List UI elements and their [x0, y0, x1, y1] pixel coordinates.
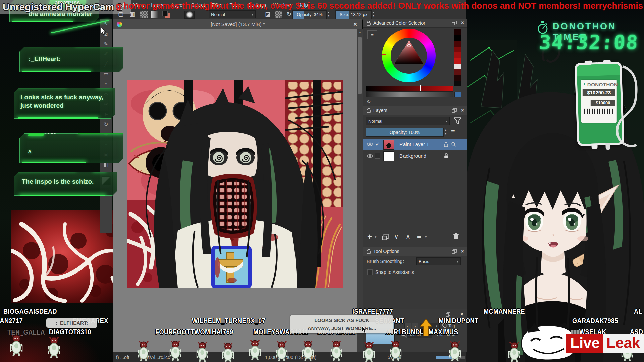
- layer-thumbnail[interactable]: [383, 151, 394, 161]
- size-spin-down[interactable]: ▼: [372, 14, 376, 18]
- layer-visible-icon[interactable]: [367, 142, 373, 147]
- tooltip-elfheart: :_ELFHEART:: [46, 318, 97, 328]
- pixel-sprite: [222, 343, 234, 362]
- reload-preset-icon[interactable]: ↻: [285, 10, 293, 18]
- refresh-colors-icon[interactable]: ↻: [367, 99, 371, 105]
- layer-visible-icon[interactable]: [367, 154, 373, 158]
- chat-message-text: The inspo is the schizo.: [22, 177, 94, 186]
- layer-lock-open-icon[interactable]: [444, 142, 448, 147]
- layer-opacity-spin-up[interactable]: ▲: [444, 128, 448, 132]
- chat-message-text: Looks sick as fuck anyway, just wondered: [20, 93, 108, 110]
- float-panel-icon[interactable]: [446, 312, 450, 317]
- layer-check-box[interactable]: [375, 153, 380, 159]
- pixel-sprite: [10, 335, 23, 356]
- float-panel-icon[interactable]: [452, 21, 457, 25]
- mouse-cursor-black: [362, 326, 367, 333]
- pattern-icon[interactable]: [140, 11, 148, 18]
- layer-filter-icon[interactable]: [454, 117, 461, 125]
- selector-shape-button[interactable]: ≡: [367, 30, 377, 39]
- canvas-vertical-scrollbar[interactable]: ▲: [357, 29, 363, 352]
- liveleak-glitch-pixels: [571, 330, 580, 334]
- opacity-spin-down[interactable]: ▼: [327, 14, 331, 18]
- close-panel-icon[interactable]: ×: [461, 248, 464, 255]
- layer-name[interactable]: Paint Layer 1: [399, 141, 429, 147]
- layer-thumbnail[interactable]: [383, 140, 394, 150]
- layer-blend-mode-dropdown[interactable]: Normal▾: [366, 117, 450, 125]
- brush-preset-preview[interactable]: [184, 11, 195, 19]
- add-layer-icon[interactable]: +: [367, 232, 372, 241]
- brush-smoothing-label: Brush Smoothing:: [367, 259, 404, 264]
- document-tab-title[interactable]: [Not Saved] (13.7 MiB) *: [113, 19, 362, 29]
- layer-properties-icon[interactable]: ≡: [417, 232, 421, 240]
- username: FOURFOOTTWOMIHAI769: [155, 328, 233, 336]
- value-gradient-bar[interactable]: [366, 86, 453, 92]
- opacity-slider[interactable]: Opacity: 34%: [292, 10, 327, 19]
- move-layer-down-icon[interactable]: ∨: [394, 233, 399, 240]
- layer-row-background[interactable]: Background: [363, 150, 467, 162]
- layers-header[interactable]: Layers ×: [363, 106, 467, 115]
- lock-open-icon: [366, 249, 371, 254]
- color-selector-header[interactable]: Advanced Color Selector ×: [363, 19, 467, 28]
- gradient-icon[interactable]: [151, 11, 158, 18]
- tool-options-title: Tool Options: [373, 249, 399, 254]
- tooltip-chat-preview: LOOKS SICK AS FUCK ANYWAY, JUST WONDERE.…: [290, 315, 393, 333]
- duplicate-layer-icon[interactable]: [382, 234, 389, 240]
- layer-name[interactable]: Background: [399, 153, 426, 159]
- username: NAN2717: [0, 317, 23, 325]
- color-wheel[interactable]: [382, 29, 436, 82]
- close-panel-icon[interactable]: ×: [461, 20, 464, 26]
- layers-title: Layers: [373, 108, 387, 113]
- choices-list-icon[interactable]: ≡: [174, 10, 182, 18]
- pixel-sprite: [169, 341, 181, 361]
- snap-to-assistants-checkbox[interactable]: [367, 269, 373, 275]
- status-bar: f) ...oft RGB/Al...rc.icc 1,000 x 1,000 …: [113, 352, 466, 362]
- canvas-area[interactable]: [113, 29, 357, 352]
- scrollbar-thumb[interactable]: [358, 37, 362, 94]
- hypercam-watermark: Unregistered HyperCam 2: [0, 0, 131, 14]
- move-layer-up-icon[interactable]: ∧: [406, 233, 410, 240]
- delete-layer-icon[interactable]: [453, 233, 459, 240]
- fg-bg-color-swatch[interactable]: [162, 11, 170, 18]
- size-slider[interactable]: Size: 13.12 px: [335, 10, 372, 19]
- tool-options-header[interactable]: Tool Options ×: [363, 247, 467, 256]
- username: MINIDUPONT: [439, 317, 479, 325]
- layer-magnifier-icon[interactable]: [451, 142, 456, 147]
- secondary-gradient-bar[interactable]: [366, 92, 453, 97]
- color-history-strip[interactable]: [454, 29, 461, 86]
- brush-smoothing-dropdown[interactable]: Basic▾: [416, 257, 461, 265]
- size-spin-up[interactable]: ▲: [372, 11, 376, 14]
- blend-mode-dropdown[interactable]: Normal▾: [209, 10, 256, 18]
- blood-bag-tube: [604, 64, 641, 163]
- layer-locked-icon[interactable]: [444, 153, 449, 159]
- donothon-timer-value: 34:32:08: [539, 31, 639, 54]
- layer-opacity-spin-down[interactable]: ▼: [444, 132, 448, 136]
- tool-ellipse-icon[interactable]: ○: [100, 79, 112, 89]
- add-layer-caret-icon[interactable]: ▾: [375, 235, 377, 239]
- preserve-alpha-icon[interactable]: [275, 11, 282, 18]
- layer-check-icon[interactable]: ✓: [375, 141, 380, 147]
- artwork[interactable]: [127, 80, 343, 288]
- properties-caret-icon[interactable]: ▾: [425, 235, 427, 239]
- layer-opacity-slider[interactable]: Opacity: 100%: [366, 128, 444, 137]
- donation-blood-bag: + DONOTHON $10290.23 $10000: [575, 61, 642, 164]
- pixel-sprite: [138, 341, 150, 361]
- pixel-sprite: [390, 341, 402, 361]
- snap-to-assistants-label: Snap to Assistants: [375, 269, 414, 275]
- layer-menu-icon[interactable]: ≡: [451, 128, 455, 136]
- document-close-icon[interactable]: ×: [353, 21, 357, 28]
- tool-gradient-icon[interactable]: ↻: [100, 119, 112, 129]
- yellow-arrow-cursor: [420, 319, 432, 336]
- close-panel-icon[interactable]: ×: [461, 107, 464, 114]
- eraser-icon[interactable]: ◪: [264, 10, 272, 18]
- layer-row-paint-layer[interactable]: ✓ Paint Layer 1: [363, 139, 467, 150]
- float-panel-icon[interactable]: [452, 249, 457, 254]
- float-panel-icon[interactable]: [452, 108, 457, 113]
- close-panel-icon[interactable]: ×: [460, 311, 463, 318]
- pixel-sprite: [363, 342, 375, 362]
- opacity-spin-up[interactable]: ▲: [327, 11, 331, 14]
- scrollbar-up-icon[interactable]: ▲: [357, 29, 363, 35]
- main-toolbar: ▢ ▣ ≡ Normal▾ ◪ ↻ Opacity: 34% ▲ ▼ Size:…: [113, 9, 466, 20]
- blue-color-chip[interactable]: [454, 92, 461, 97]
- color-selector-title: Advanced Color Selector: [373, 20, 425, 26]
- spiral-eye-right: [236, 148, 255, 165]
